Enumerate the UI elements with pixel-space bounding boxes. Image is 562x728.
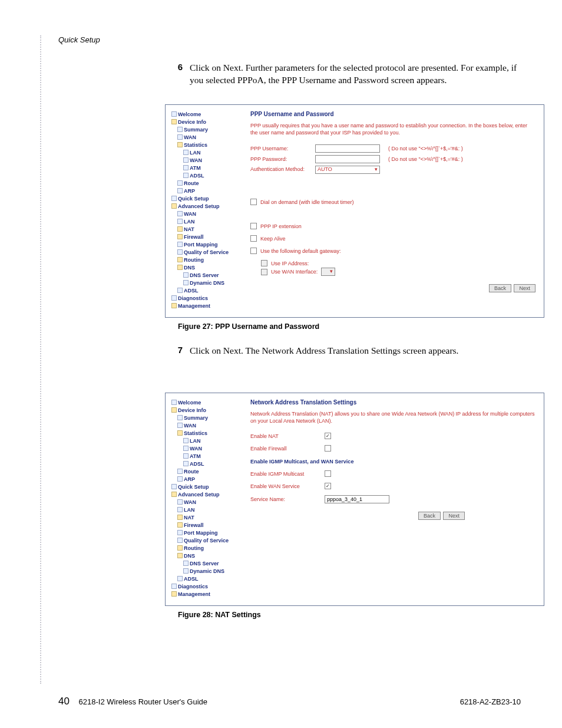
service-name-label: Service Name: — [250, 496, 321, 502]
enable-wan-service-checkbox[interactable]: ✓ — [325, 483, 331, 489]
tree-lan[interactable]: LAN — [171, 149, 243, 157]
default-gateway-checkbox[interactable] — [250, 248, 257, 254]
tree2-dynamic-dns[interactable]: Dynamic DNS — [171, 568, 243, 575]
figure-27-title: PPP Username and Password — [250, 111, 535, 117]
tree-dynamic-dns[interactable]: Dynamic DNS — [171, 279, 243, 287]
tree-lan2[interactable]: LAN — [171, 218, 243, 226]
figure-27-main: PPP Username and Password PPP usually re… — [250, 111, 535, 310]
tree2-adsl2[interactable]: ADSL — [171, 575, 243, 583]
nav-tree: Welcome Device Info Summary WAN Statisti… — [171, 111, 243, 310]
back-button[interactable]: Back — [489, 284, 511, 292]
tree2-welcome[interactable]: Welcome — [171, 399, 243, 407]
tree2-routing[interactable]: Routing — [171, 545, 243, 552]
tree2-lan[interactable]: LAN — [171, 437, 243, 445]
tree-adsl[interactable]: ADSL — [171, 172, 243, 180]
tree-firewall[interactable]: Firewall — [171, 233, 243, 241]
tree2-diagnostics[interactable]: Diagnostics — [171, 583, 243, 591]
tree2-statistics[interactable]: Statistics — [171, 430, 243, 437]
dial-on-demand-checkbox[interactable] — [250, 199, 257, 205]
tree-management[interactable]: Management — [171, 302, 243, 310]
next-button-2[interactable]: Next — [443, 512, 465, 520]
tree-device-info[interactable]: Device Info — [171, 118, 243, 126]
tree-qos[interactable]: Quality of Service — [171, 249, 243, 256]
step-7-text: Click on Next. The Network Address Trans… — [190, 345, 530, 357]
page-header-title: Quick Setup — [58, 35, 100, 44]
ppp-username-input[interactable] — [315, 144, 380, 153]
tree-port-mapping[interactable]: Port Mapping — [171, 241, 243, 249]
tree2-adsl[interactable]: ADSL — [171, 460, 243, 468]
tree2-quick-setup[interactable]: Quick Setup — [171, 483, 243, 491]
use-ip-address-checkbox[interactable] — [261, 260, 267, 266]
tree-quick-setup[interactable]: Quick Setup — [171, 195, 243, 203]
next-button[interactable]: Next — [514, 284, 535, 292]
tree-statistics[interactable]: Statistics — [171, 141, 243, 149]
tree-summary[interactable]: Summary — [171, 126, 243, 134]
ppp-username-label: PPP Username: — [250, 146, 315, 151]
tree-wan[interactable]: WAN — [171, 134, 243, 141]
step-6: 6 Click on Next. Further parameters for … — [165, 62, 530, 87]
nav-tree-2: Welcome Device Info Summary WAN Statisti… — [171, 399, 243, 598]
step-7: 7 Click on Next. The Network Address Tra… — [165, 345, 530, 357]
ppp-password-note: ( Do not use "<>%\^[]`+$,='#&: ) — [388, 156, 463, 162]
tree-route[interactable]: Route — [171, 180, 243, 187]
tree-dns[interactable]: DNS — [171, 264, 243, 272]
ppp-ip-extension-checkbox[interactable] — [250, 223, 257, 229]
tree2-management[interactable]: Management — [171, 591, 243, 598]
margin-dotted-line — [40, 35, 41, 684]
tree-nat[interactable]: NAT — [171, 226, 243, 233]
tree-advanced-setup[interactable]: Advanced Setup — [171, 203, 243, 210]
tree-diagnostics[interactable]: Diagnostics — [171, 295, 243, 302]
enable-wan-service-label: Enable WAN Service — [250, 483, 321, 489]
auth-method-label: Authentication Method: — [250, 167, 315, 173]
footer-guide-name: 6218-I2 Wireless Router User's Guide — [79, 697, 208, 706]
enable-firewall-label: Enable Firewall — [250, 446, 321, 452]
figure-28-caption: Figure 28: NAT Settings — [178, 611, 530, 619]
enable-igmp-checkbox[interactable] — [325, 470, 331, 477]
tree2-arp[interactable]: ARP — [171, 476, 243, 483]
auth-method-select[interactable]: AUTO ▾ — [315, 166, 380, 174]
ppp-password-input[interactable] — [315, 155, 380, 163]
tree-routing[interactable]: Routing — [171, 256, 243, 264]
service-name-input[interactable] — [325, 495, 389, 503]
step-7-number: 7 — [165, 345, 190, 357]
keep-alive-checkbox[interactable] — [250, 235, 257, 242]
tree-welcome[interactable]: Welcome — [171, 111, 243, 118]
ppp-password-label: PPP Password: — [250, 156, 315, 162]
figure-27-caption: Figure 27: PPP Username and Password — [178, 322, 530, 331]
tree2-lan2[interactable]: LAN — [171, 506, 243, 514]
ppp-username-note: ( Do not use "<>%\^[]`+$,='#&: ) — [388, 146, 463, 151]
enable-firewall-checkbox[interactable] — [325, 445, 331, 452]
tree-wan3[interactable]: WAN — [171, 210, 243, 218]
tree2-dns-server[interactable]: DNS Server — [171, 560, 243, 568]
wan-interface-select[interactable]: ▾ — [321, 268, 335, 276]
tree2-wan[interactable]: WAN — [171, 422, 243, 430]
tree-dns-server[interactable]: DNS Server — [171, 272, 243, 279]
use-wan-interface-checkbox[interactable] — [261, 269, 267, 275]
tree2-dns[interactable]: DNS — [171, 552, 243, 560]
tree-arp[interactable]: ARP — [171, 187, 243, 195]
back-button-2[interactable]: Back — [418, 512, 441, 520]
tree2-device-info[interactable]: Device Info — [171, 407, 243, 414]
tree2-port-mapping[interactable]: Port Mapping — [171, 529, 243, 537]
tree2-route[interactable]: Route — [171, 468, 243, 476]
tree-atm[interactable]: ATM — [171, 164, 243, 172]
tree2-firewall[interactable]: Firewall — [171, 522, 243, 529]
tree2-summary[interactable]: Summary — [171, 414, 243, 422]
footer-right: 6218-A2-ZB23-10 — [460, 697, 521, 706]
ppp-ip-extension-label: PPP IP extension — [260, 223, 302, 229]
tree2-nat[interactable]: NAT — [171, 514, 243, 522]
enable-nat-checkbox[interactable]: ✓ — [325, 433, 331, 439]
tree2-wan2[interactable]: WAN — [171, 445, 243, 453]
tree2-atm[interactable]: ATM — [171, 453, 243, 460]
tree2-qos[interactable]: Quality of Service — [171, 537, 243, 545]
tree-adsl2[interactable]: ADSL — [171, 287, 243, 295]
footer-page-number: 40 — [58, 696, 70, 707]
step-6-number: 6 — [165, 62, 190, 87]
figure-28-title: Network Address Translation Settings — [250, 399, 535, 406]
tree2-wan3[interactable]: WAN — [171, 499, 243, 506]
enable-igmp-label: Enable IGMP Multicast — [250, 471, 321, 477]
tree2-advanced-setup[interactable]: Advanced Setup — [171, 491, 243, 499]
figure-27-desc: PPP usually requires that you have a use… — [250, 122, 535, 136]
tree-wan2[interactable]: WAN — [171, 157, 243, 164]
dropdown-icon: ▾ — [375, 166, 378, 173]
